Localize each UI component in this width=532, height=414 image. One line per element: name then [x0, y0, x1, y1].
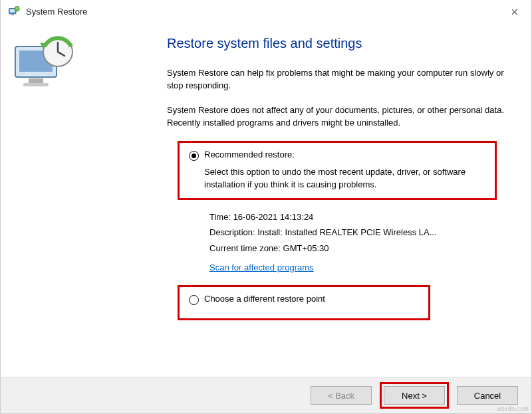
recommended-option-highlight: Recommended restore: Select this option …: [178, 141, 497, 200]
next-button[interactable]: Next >: [384, 386, 445, 405]
radio-recommended[interactable]: [189, 151, 199, 161]
page-heading: Restore system files and settings: [167, 36, 505, 51]
detail-description: Description: Install: Installed REALTEK …: [209, 225, 505, 240]
svg-rect-6: [29, 78, 43, 83]
time-value: 16-06-2021 14:13:24: [233, 212, 314, 222]
restore-icon: [10, 35, 83, 91]
app-icon: [7, 5, 21, 18]
tz-value: GMT+05:30: [283, 243, 329, 253]
different-restore-option[interactable]: Choose a different restore point: [189, 294, 419, 305]
back-button: < Back: [311, 386, 372, 405]
footer-buttons: < Back Next > Cancel: [1, 377, 531, 413]
cancel-button[interactable]: Cancel: [457, 386, 518, 405]
recommended-description: Select this option to undo the most rece…: [204, 166, 485, 191]
system-restore-window: System Restore × Restore system files an…: [0, 0, 532, 414]
dialog-body: Restore system files and settings System…: [1, 23, 531, 373]
recommended-label: Recommended restore:: [204, 150, 295, 159]
tz-label: Current time zone:: [209, 243, 283, 253]
time-label: Time:: [209, 212, 233, 222]
restore-point-details: Time: 16-06-2021 14:13:24 Description: I…: [209, 209, 505, 276]
watermark: wsxdn.com: [497, 405, 529, 412]
content-area: Restore system files and settings System…: [134, 23, 531, 373]
next-button-highlight: Next >: [380, 382, 449, 409]
svg-rect-7: [23, 83, 49, 86]
recommended-restore-option[interactable]: Recommended restore:: [189, 150, 485, 161]
titlebar: System Restore ×: [1, 0, 531, 23]
radio-different[interactable]: [189, 295, 199, 305]
detail-timezone: Current time zone: GMT+05:30: [209, 241, 505, 256]
detail-time: Time: 16-06-2021 14:13:24: [209, 209, 505, 225]
different-label: Choose a different restore point: [204, 294, 325, 304]
svg-rect-1: [10, 9, 15, 13]
sidebar: [1, 23, 134, 373]
desc-label: Description:: [209, 227, 257, 237]
scan-affected-link[interactable]: Scan for affected programs: [209, 262, 314, 272]
restore-options: Recommended restore: Select this option …: [178, 141, 505, 320]
window-title: System Restore: [26, 7, 87, 17]
svg-rect-2: [11, 15, 15, 16]
close-button[interactable]: ×: [505, 4, 523, 21]
intro-text-1: System Restore can help fix problems tha…: [167, 67, 505, 92]
desc-value: Install: Installed REALTEK PCIE Wireless…: [257, 227, 436, 237]
different-option-highlight: Choose a different restore point: [178, 285, 430, 320]
intro-text-2: System Restore does not affect any of yo…: [167, 104, 505, 130]
